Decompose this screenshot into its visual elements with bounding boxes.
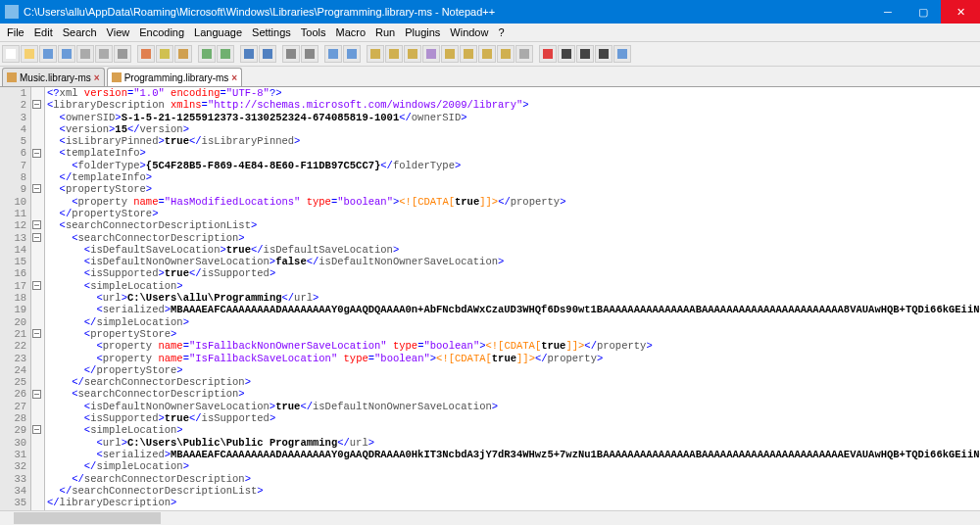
- close-button[interactable]: ✕: [941, 0, 980, 24]
- menu-help[interactable]: ?: [493, 26, 509, 38]
- save-macro-icon[interactable]: [613, 45, 631, 63]
- paste-icon[interactable]: [174, 45, 192, 63]
- func-list-icon[interactable]: [478, 45, 496, 63]
- menu-run[interactable]: Run: [370, 26, 400, 38]
- menu-macro[interactable]: Macro: [330, 26, 370, 38]
- menu-encoding[interactable]: Encoding: [134, 26, 189, 38]
- replace-icon[interactable]: [259, 45, 276, 63]
- redo-icon[interactable]: [217, 45, 234, 63]
- indent-guide-icon[interactable]: [404, 45, 421, 63]
- doc-map-icon[interactable]: [441, 45, 459, 63]
- zoom-out-icon[interactable]: [301, 45, 318, 63]
- sync-v-icon[interactable]: [324, 45, 342, 63]
- minimize-button[interactable]: ─: [870, 0, 906, 24]
- zoom-in-icon[interactable]: [282, 45, 300, 63]
- tab-programming[interactable]: Programming.library-ms×: [107, 68, 243, 86]
- menu-bar: File Edit Search View Encoding Language …: [0, 24, 980, 42]
- maximize-button[interactable]: ▢: [906, 0, 941, 24]
- tab-label: Music.library-ms: [20, 72, 91, 83]
- menu-edit[interactable]: Edit: [29, 26, 58, 38]
- cut-icon[interactable]: [137, 45, 155, 63]
- tab-label: Programming.library-ms: [124, 72, 229, 83]
- toolbar: [0, 42, 980, 67]
- sync-h-icon[interactable]: [343, 45, 361, 63]
- window-title: C:\Users\allu\AppData\Roaming\Microsoft\…: [24, 6, 870, 18]
- title-bar: C:\Users\allu\AppData\Roaming\Microsoft\…: [0, 0, 980, 24]
- menu-window[interactable]: Window: [445, 26, 493, 38]
- close-file-icon[interactable]: [76, 45, 94, 63]
- menu-view[interactable]: View: [102, 26, 135, 38]
- app-icon: [5, 5, 19, 19]
- new-file-icon[interactable]: [2, 45, 20, 63]
- menu-language[interactable]: Language: [189, 26, 247, 38]
- lang-icon[interactable]: [422, 45, 440, 63]
- menu-plugins[interactable]: Plugins: [400, 26, 445, 38]
- line-gutter: 1234567891011121314151617181920212223242…: [0, 87, 31, 510]
- monitor-icon[interactable]: [515, 45, 533, 63]
- save-all-icon[interactable]: [58, 45, 75, 63]
- tab-music[interactable]: Music.library-ms×: [2, 68, 105, 86]
- find-icon[interactable]: [240, 45, 258, 63]
- doc-list-icon[interactable]: [460, 45, 477, 63]
- tab-close-icon[interactable]: ×: [231, 72, 237, 83]
- tab-bar: Music.library-ms× Programming.library-ms…: [0, 67, 980, 87]
- tab-close-icon[interactable]: ×: [94, 72, 100, 83]
- editor-area[interactable]: 1234567891011121314151617181920212223242…: [0, 87, 980, 510]
- all-chars-icon[interactable]: [385, 45, 403, 63]
- wrap-icon[interactable]: [367, 45, 384, 63]
- close-all-icon[interactable]: [95, 45, 113, 63]
- undo-icon[interactable]: [198, 45, 216, 63]
- menu-search[interactable]: Search: [58, 26, 102, 38]
- horizontal-scrollbar[interactable]: [0, 510, 980, 525]
- open-file-icon[interactable]: [21, 45, 38, 63]
- fold-column[interactable]: [31, 87, 45, 510]
- menu-settings[interactable]: Settings: [247, 26, 296, 38]
- print-icon[interactable]: [114, 45, 131, 63]
- copy-icon[interactable]: [156, 45, 173, 63]
- file-icon: [7, 72, 17, 82]
- code-area[interactable]: <?xml version="1.0" encoding="UTF-8"?><l…: [45, 87, 980, 510]
- file-icon: [112, 72, 122, 82]
- record-icon[interactable]: [539, 45, 557, 63]
- menu-file[interactable]: File: [2, 26, 29, 38]
- menu-tools[interactable]: Tools: [296, 26, 331, 38]
- play-multi-icon[interactable]: [595, 45, 612, 63]
- save-icon[interactable]: [39, 45, 57, 63]
- folder-icon[interactable]: [497, 45, 514, 63]
- play-icon[interactable]: [576, 45, 594, 63]
- stop-icon[interactable]: [558, 45, 575, 63]
